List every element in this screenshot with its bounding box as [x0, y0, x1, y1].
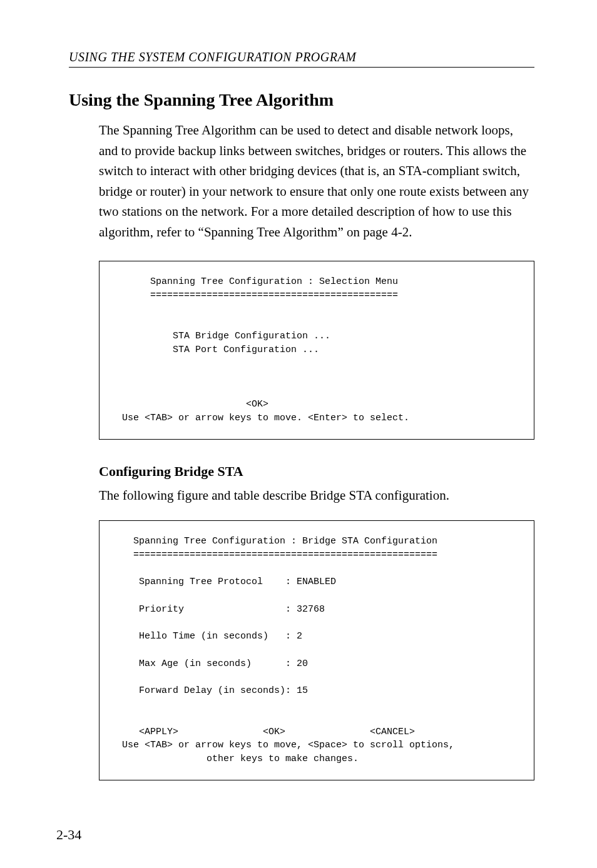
terminal-selection-menu: Spanning Tree Configuration : Selection …: [99, 261, 534, 439]
page-container: USING THE SYSTEM CONFIGURATION PROGRAM U…: [0, 0, 597, 868]
section-title: Using the Spanning Tree Algorithm: [69, 90, 534, 110]
page-number: 2-34: [56, 827, 81, 843]
header-rule: [69, 67, 534, 68]
terminal-bridge-sta-config: Spanning Tree Configuration : Bridge STA…: [99, 520, 534, 780]
running-head: USING THE SYSTEM CONFIGURATION PROGRAM: [69, 50, 534, 64]
subsection-title: Configuring Bridge STA: [99, 463, 534, 480]
subsection-body-text: The following figure and table describe …: [99, 486, 534, 506]
section-body-text: The Spanning Tree Algorithm can be used …: [99, 120, 534, 242]
